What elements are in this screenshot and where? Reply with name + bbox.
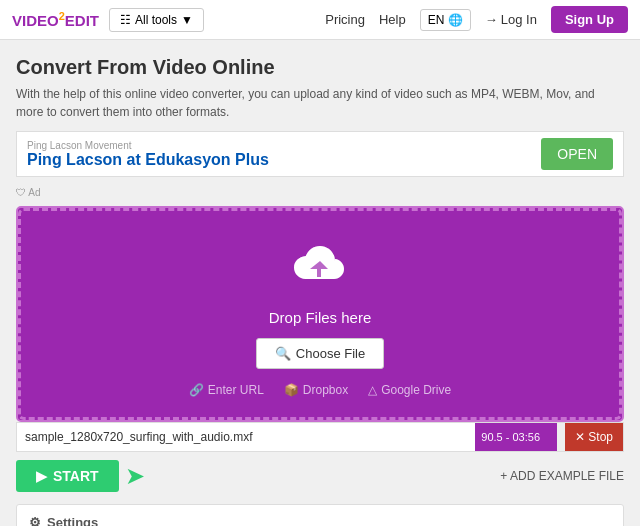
globe-icon: 🌐 (448, 13, 463, 27)
all-tools-button[interactable]: ☷ All tools ▼ (109, 8, 204, 32)
signin-icon: → (485, 12, 498, 27)
drop-links: 🔗 Enter URL 📦 Dropbox △ Google Drive (41, 383, 599, 397)
arrow-indicator: ➤ (125, 462, 145, 490)
logo: VIDEO2EDIT (12, 10, 99, 29)
ad-label: Ping Lacson Movement (27, 140, 269, 151)
chevron-down-icon: ▼ (181, 13, 193, 27)
start-left: ▶ START ➤ (16, 460, 145, 492)
file-row: sample_1280x720_surfing_with_audio.mxf 9… (16, 422, 624, 452)
progress-text: 90.5 - 03:56 (477, 431, 544, 443)
magnifier-icon: 🔍 (275, 346, 291, 361)
logo-video: VIDEO (12, 12, 59, 29)
settings-title: ⚙ Settings (29, 515, 611, 526)
start-row: ▶ START ➤ + ADD EXAMPLE FILE (16, 452, 624, 496)
pricing-link[interactable]: Pricing (325, 12, 365, 27)
ad-small-text: 🛡 Ad (16, 187, 624, 198)
ad-content: Ping Lacson Movement Ping Lacson at Eduk… (27, 140, 269, 169)
start-button[interactable]: ▶ START (16, 460, 119, 492)
help-link[interactable]: Help (379, 12, 406, 27)
start-label: START (53, 468, 99, 484)
page-title: Convert From Video Online (16, 56, 624, 79)
all-tools-label: All tools (135, 13, 177, 27)
choose-file-button[interactable]: 🔍 Choose File (256, 338, 384, 369)
ad-open-button[interactable]: OPEN (541, 138, 613, 170)
progress-bar: 90.5 - 03:56 (475, 423, 565, 451)
cloud-upload-icon (41, 241, 599, 303)
signin-button[interactable]: → Log In (485, 12, 537, 27)
drop-text: Drop Files here (41, 309, 599, 326)
gdrive-label: Google Drive (381, 383, 451, 397)
settings-box: ⚙ Settings Convert video file(s) to: MOV… (16, 504, 624, 526)
header-right: Pricing Help EN 🌐 → Log In Sign Up (325, 6, 628, 33)
ad-banner: Ping Lacson Movement Ping Lacson at Eduk… (16, 131, 624, 177)
drop-zone[interactable]: Drop Files here 🔍 Choose File 🔗 Enter UR… (18, 208, 622, 420)
x-icon: ✕ (575, 430, 585, 444)
stop-button[interactable]: ✕ Stop (565, 423, 623, 451)
grid-icon: ☷ (120, 13, 131, 27)
add-example-link[interactable]: + ADD EXAMPLE FILE (500, 469, 624, 483)
header-left: VIDEO2EDIT ☷ All tools ▼ (12, 8, 204, 32)
choose-file-label: Choose File (296, 346, 365, 361)
dropbox-icon: 📦 (284, 383, 299, 397)
ad-title: Ping Lacson at Edukasyon Plus (27, 151, 269, 169)
dropbox-link[interactable]: 📦 Dropbox (284, 383, 348, 397)
play-icon: ▶ (36, 468, 47, 484)
gdrive-icon: △ (368, 383, 377, 397)
language-button[interactable]: EN 🌐 (420, 9, 471, 31)
page-description: With the help of this online video conve… (16, 85, 624, 121)
file-name: sample_1280x720_surfing_with_audio.mxf (17, 430, 475, 444)
stop-label: Stop (588, 430, 613, 444)
settings-title-label: Settings (47, 515, 98, 526)
google-drive-link[interactable]: △ Google Drive (368, 383, 451, 397)
header: VIDEO2EDIT ☷ All tools ▼ Pricing Help EN… (0, 0, 640, 40)
signin-label: Log In (501, 12, 537, 27)
signup-button[interactable]: Sign Up (551, 6, 628, 33)
link-icon: 🔗 (189, 383, 204, 397)
enter-url-link[interactable]: 🔗 Enter URL (189, 383, 264, 397)
main-content: Convert From Video Online With the help … (0, 40, 640, 526)
dropbox-label: Dropbox (303, 383, 348, 397)
lang-label: EN (428, 13, 445, 27)
settings-gear-icon: ⚙ (29, 515, 41, 526)
logo-edit: EDIT (65, 12, 99, 29)
drop-zone-wrapper: Drop Files here 🔍 Choose File 🔗 Enter UR… (16, 206, 624, 422)
enter-url-label: Enter URL (208, 383, 264, 397)
